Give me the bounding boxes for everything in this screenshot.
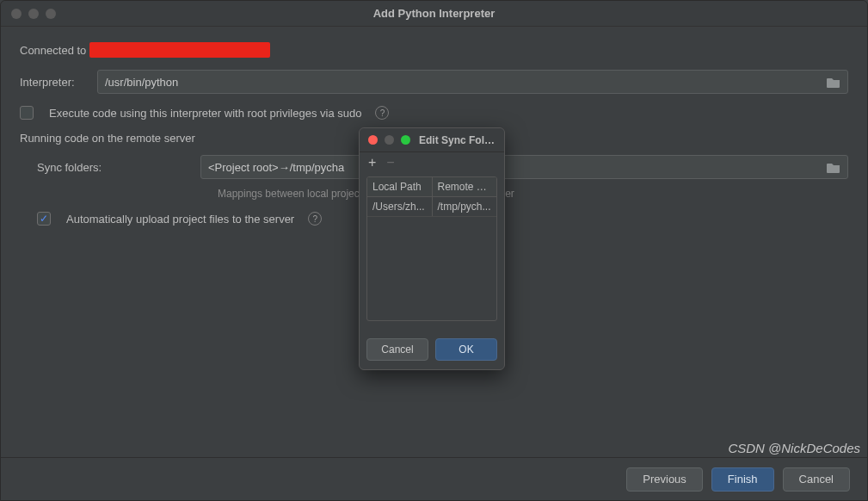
watermark: CSDN @NickDeCodes [728,441,860,455]
help-icon[interactable]: ? [375,106,389,120]
connected-row: Connected to [20,42,848,58]
cell-local-path[interactable]: /Users/zh... [367,197,433,216]
modal-titlebar: Edit Sync Fold... [360,128,504,152]
close-icon[interactable] [11,9,22,19]
browse-folder-icon[interactable] [827,162,840,173]
help-icon[interactable]: ? [308,212,322,226]
traffic-lights [11,9,56,19]
modal-title: Edit Sync Fold... [419,134,496,146]
modal-button-bar: Cancel OK [360,330,504,369]
sync-folders-label: Sync folders: [37,161,192,174]
auto-upload-label: Automatically upload project files to th… [66,213,294,226]
interpreter-value: /usr/bin/python [105,76,178,89]
minimize-icon[interactable] [385,135,394,145]
modal-cancel-button[interactable]: Cancel [366,338,428,361]
sync-mappings-table: Local Path Remote Path /Users/zh... /tmp… [366,176,497,321]
bottom-button-bar: Previous Finish Cancel [1,457,867,500]
edit-sync-folders-dialog: Edit Sync Fold... + − Local Path Remote … [359,127,505,370]
cell-remote-path[interactable]: /tmp/pych... [433,197,497,216]
sudo-row: Execute code using this interpreter with… [20,106,848,120]
table-header: Local Path Remote Path [367,177,496,197]
previous-button[interactable]: Previous [626,467,703,492]
add-icon[interactable]: + [368,156,376,170]
interpreter-label: Interpreter: [20,76,89,89]
finish-button[interactable]: Finish [711,467,774,492]
maximize-icon[interactable] [46,9,56,19]
minimize-icon[interactable] [28,9,39,19]
close-icon[interactable] [368,135,378,145]
col-local-path: Local Path [367,177,433,196]
col-remote-path: Remote Path [433,177,497,196]
interpreter-row: Interpreter: /usr/bin/python [20,70,848,94]
window-titlebar: Add Python Interpreter [1,1,867,27]
connected-label: Connected to [20,44,86,57]
window-title: Add Python Interpreter [373,7,496,20]
maximize-icon[interactable] [401,135,410,145]
auto-upload-checkbox[interactable] [37,212,51,226]
interpreter-input[interactable]: /usr/bin/python [97,70,848,94]
sudo-checkbox[interactable] [20,106,34,120]
sync-folders-value: <Project root>→/tmp/pycha [208,161,344,174]
modal-ok-button[interactable]: OK [435,338,497,361]
connected-value-redacted [89,42,270,58]
remove-icon[interactable]: − [386,156,394,170]
table-row[interactable]: /Users/zh... /tmp/pych... [367,197,496,217]
modal-toolbar: + − [360,152,504,173]
cancel-button[interactable]: Cancel [783,467,850,492]
sudo-label: Execute code using this interpreter with… [49,107,361,120]
browse-folder-icon[interactable] [827,77,840,88]
sync-folders-input[interactable]: <Project root>→/tmp/pycha [200,155,848,179]
